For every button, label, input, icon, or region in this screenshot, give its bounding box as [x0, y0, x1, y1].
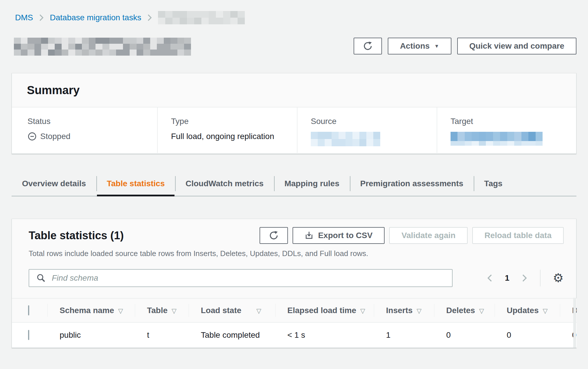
breadcrumb-dms-link[interactable]: DMS	[15, 13, 33, 22]
target-endpoint-link-redacted[interactable]	[451, 132, 543, 146]
sort-icon[interactable]: ▽	[417, 307, 422, 315]
tab-table-statistics[interactable]: Table statistics	[96, 171, 175, 196]
summary-panel-body: Status Stopped Type Full load, ongoing r…	[12, 107, 576, 153]
preferences-gear-icon[interactable]: ⚙	[553, 272, 564, 284]
actions-button-label: Actions	[400, 41, 430, 51]
table-statistics-actions: Export to CSV Validate again Reload tabl…	[260, 227, 564, 244]
source-label: Source	[311, 117, 431, 126]
summary-field-type: Type Full load, ongoing replication	[157, 107, 297, 153]
previous-page-button[interactable]	[486, 273, 493, 283]
breadcrumb-chevron-icon	[147, 14, 152, 22]
task-detail-tabs: Overview details Table statistics CloudW…	[12, 171, 576, 196]
source-endpoint-link-redacted[interactable]	[311, 132, 380, 146]
row-checkbox[interactable]	[28, 330, 29, 340]
sort-icon[interactable]: ▽	[256, 307, 261, 315]
reload-table-data-label: Reload table data	[484, 231, 552, 240]
sort-icon[interactable]: ▽	[172, 307, 177, 315]
current-page-number[interactable]: 1	[505, 273, 510, 283]
cell-updates: 0	[495, 322, 560, 348]
column-header-schema-name[interactable]: Schema name▽	[47, 298, 135, 322]
caret-down-icon: ▼	[434, 44, 439, 49]
table-row: public t Table completed < 1 s 1 0 0 0	[12, 322, 577, 348]
refresh-icon	[269, 230, 279, 241]
stopped-icon	[27, 132, 37, 141]
type-label: Type	[171, 117, 291, 126]
validate-again-label: Validate again	[401, 231, 455, 240]
table-statistics-panel: Table statistics (1) Export to CSV Valid…	[12, 219, 576, 348]
column-header-updates[interactable]: Updates▽	[495, 298, 560, 322]
column-header-load-state[interactable]: Load state▽	[189, 298, 275, 322]
summary-panel: Summary Status Stopped Type Full load, o…	[12, 73, 576, 154]
tab-tags[interactable]: Tags	[474, 171, 513, 196]
refresh-button[interactable]	[354, 38, 382, 54]
summary-field-status: Status Stopped	[12, 107, 157, 153]
column-header-elapsed-load-time[interactable]: Elapsed load time▽	[275, 298, 374, 322]
pagination: 1 ⚙	[486, 270, 564, 286]
status-value: Stopped	[40, 132, 70, 141]
dms-task-page: { "breadcrumb": { "items": [ { "label": …	[0, 0, 588, 369]
summary-title: Summary	[27, 84, 80, 97]
summary-field-target: Target	[437, 107, 548, 153]
column-header-deletes[interactable]: Deletes▽	[434, 298, 495, 322]
sort-icon[interactable]: ▽	[118, 307, 123, 315]
status-label: Status	[27, 117, 151, 126]
tab-premigration-assessments[interactable]: Premigration assessments	[350, 171, 474, 196]
column-header-inserts[interactable]: Inserts▽	[374, 298, 434, 322]
find-schema-input[interactable]	[52, 270, 452, 286]
cell-inserts: 1	[374, 322, 434, 348]
table-refresh-button[interactable]	[260, 227, 288, 244]
breadcrumb-current-redacted	[158, 11, 245, 24]
breadcrumb-tasks-link[interactable]: Database migration tasks	[50, 13, 141, 22]
quick-view-label: Quick view and compare	[469, 41, 564, 51]
page-actions: Actions ▼ Quick view and compare	[354, 38, 576, 54]
download-icon	[305, 231, 313, 240]
quick-view-compare-button[interactable]: Quick view and compare	[457, 38, 576, 54]
tab-overview-details[interactable]: Overview details	[12, 171, 96, 196]
summary-field-source: Source	[297, 107, 437, 153]
column-header-table[interactable]: Table▽	[135, 298, 189, 322]
export-to-csv-button[interactable]: Export to CSV	[293, 227, 385, 244]
table-statistics-table: Schema name▽ Table▽ Load state▽ Elapsed …	[12, 298, 577, 348]
sort-icon[interactable]: ▽	[543, 307, 547, 315]
cell-elapsed-load-time: < 1 s	[275, 322, 374, 348]
next-page-button[interactable]	[521, 273, 528, 283]
sort-icon[interactable]: ▽	[479, 307, 484, 315]
summary-panel-header: Summary	[12, 73, 576, 107]
cell-deletes: 0	[434, 322, 495, 348]
type-value: Full load, ongoing replication	[171, 132, 291, 141]
cell-table: t	[135, 322, 189, 348]
refresh-icon	[363, 41, 373, 51]
table-statistics-title: Table statistics (1)	[29, 229, 124, 242]
breadcrumb-chevron-icon	[39, 14, 44, 22]
breadcrumb: DMS Database migration tasks	[15, 11, 245, 24]
sort-icon[interactable]: ▽	[360, 307, 365, 315]
export-to-csv-label: Export to CSV	[318, 231, 372, 240]
validate-again-button[interactable]: Validate again	[389, 227, 468, 244]
page-title-redacted	[14, 38, 191, 56]
search-icon	[36, 273, 46, 283]
select-all-checkbox[interactable]	[28, 305, 29, 315]
table-scroll-edge	[573, 298, 576, 348]
pagination-divider	[540, 270, 541, 286]
table-header-row: Schema name▽ Table▽ Load state▽ Elapsed …	[12, 298, 577, 322]
reload-table-data-button[interactable]: Reload table data	[472, 227, 564, 244]
tab-cloudwatch-metrics[interactable]: CloudWatch metrics	[175, 171, 274, 196]
tab-mapping-rules[interactable]: Mapping rules	[274, 171, 350, 196]
table-statistics-description: Total rows include loaded source table r…	[29, 249, 564, 258]
cell-load-state: Table completed	[189, 322, 275, 348]
cell-schema-name: public	[47, 322, 135, 348]
target-label: Target	[451, 117, 543, 126]
schema-filter	[29, 269, 453, 287]
actions-button[interactable]: Actions ▼	[388, 38, 451, 54]
